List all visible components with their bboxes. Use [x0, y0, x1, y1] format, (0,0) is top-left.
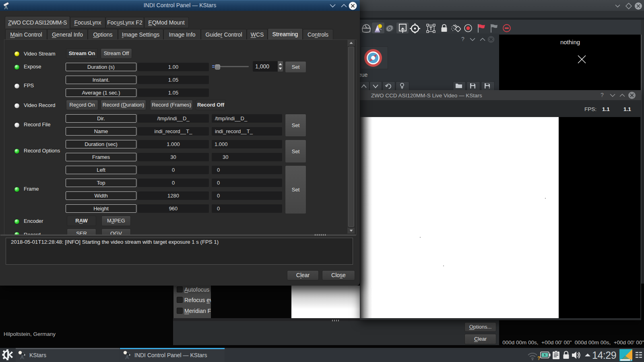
svg-text:?: ?: [537, 356, 540, 361]
